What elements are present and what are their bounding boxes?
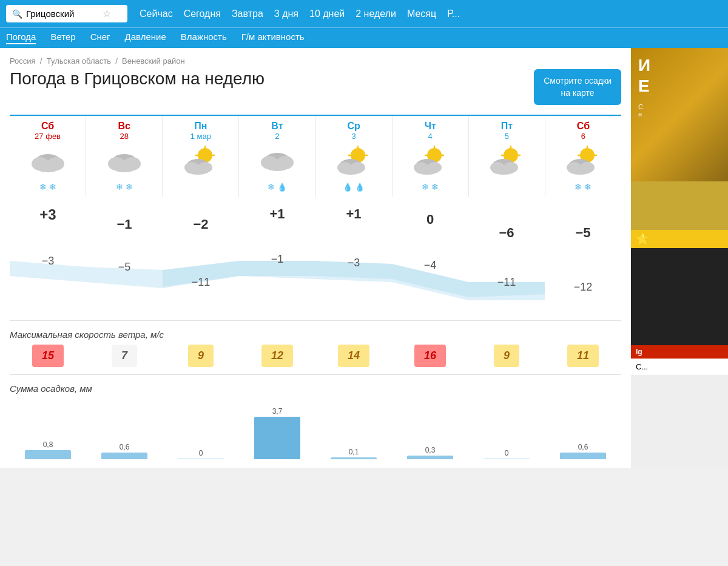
subnav-snow[interactable]: Снег (90, 32, 110, 44)
temp-low-0: −3 (10, 203, 86, 294)
precip-4: 💧 💧 (318, 181, 389, 192)
divider-1 (10, 320, 621, 321)
nav-zavtra[interactable]: Завтра (232, 8, 263, 19)
svg-point-47 (491, 165, 516, 175)
search-input[interactable] (26, 8, 99, 19)
raindrop-icon: 💧 (343, 183, 352, 192)
temp-low-7: −12 (545, 203, 621, 294)
snowflake-icon: ❄ (49, 182, 56, 192)
day-date-0: 27 фев (12, 132, 83, 141)
day-name-0: Сб (12, 121, 83, 132)
wind-col-4: 14 (315, 345, 392, 367)
nav-month[interactable]: Месяц (407, 8, 436, 19)
title-row: Погода в Грицовском на неделю Смотрите о… (10, 69, 621, 105)
star-icon[interactable]: ☆ (103, 8, 111, 19)
day-name-4: Ср (318, 121, 389, 132)
snowflake-icon: ❄ (422, 182, 429, 192)
snowflake-icon: ❄ (575, 182, 582, 192)
precip-col-2: 0 (163, 399, 239, 459)
svg-point-3 (35, 160, 61, 172)
breadcrumb-russia[interactable]: Россия (10, 56, 36, 66)
svg-point-56 (568, 165, 592, 175)
weather-icon-6 (485, 144, 528, 178)
temp-low-6: −11 (468, 203, 545, 294)
precip-val-2: 0 (199, 449, 203, 457)
temp-low-1: −5 (86, 203, 163, 294)
day-name-1: Вс (89, 121, 160, 132)
wind-val-2: 9 (188, 345, 214, 367)
wind-col-7: 11 (545, 345, 621, 367)
svg-point-38 (415, 165, 439, 175)
precip-6 (471, 181, 542, 192)
subnav-wind[interactable]: Ветер (50, 32, 75, 44)
precip-3: ❄ 💧 (241, 181, 312, 192)
breadcrumb-venev[interactable]: Веневский район (122, 56, 185, 66)
subnav-weather[interactable]: Погода (6, 32, 36, 44)
wind-val-1: 7 (112, 345, 137, 367)
wind-col-2: 9 (163, 345, 239, 367)
temp-low-2: −11 (163, 203, 239, 294)
weather-icon-7 (562, 144, 604, 178)
map-button[interactable]: Смотрите осадкина карте (534, 69, 621, 105)
wind-col-1: 7 (86, 345, 163, 367)
nav-more[interactable]: Р... (447, 8, 460, 19)
temp-low-5: −4 (392, 203, 468, 294)
precip-col-7: 0,6 (545, 399, 621, 459)
nav-segodnya[interactable]: Сегодня (184, 8, 221, 19)
precip-bar-7 (560, 453, 606, 459)
precip-val-6: 0 (505, 449, 509, 457)
day-col-4: Ср 3 💧 (316, 116, 393, 197)
nav-2weeks[interactable]: 2 недели (356, 8, 396, 19)
day-date-6: 5 (471, 132, 542, 141)
wind-col-6: 9 (468, 345, 545, 367)
divider-2 (10, 374, 621, 375)
subnav-humidity[interactable]: Влажность (181, 32, 227, 44)
svg-point-29 (339, 165, 363, 175)
nav-links: Сейчас Сегодня Завтра 3 дня 10 дней 2 не… (140, 8, 722, 19)
wind-val-3: 12 (261, 345, 293, 367)
wind-col-3: 12 (239, 345, 315, 367)
main-wrapper: Россия / Тульская область / Веневский ра… (0, 48, 728, 468)
wind-val-7: 11 (567, 345, 599, 367)
wind-val-0: 15 (32, 345, 64, 367)
day-col-6: Пт 5 (469, 116, 545, 197)
subnav-pressure[interactable]: Давление (125, 32, 166, 44)
precip-col-6: 0 (468, 399, 545, 459)
precip-bar-0 (25, 450, 71, 459)
nav-10days[interactable]: 10 дней (309, 8, 345, 19)
precip-val-1: 0,6 (120, 443, 130, 451)
subnav-gm[interactable]: Г/м активность (241, 32, 305, 44)
day-date-5: 4 (395, 132, 466, 141)
sidebar-ad-2 (631, 181, 728, 230)
day-date-3: 2 (241, 132, 312, 141)
snowflake-icon: ❄ (431, 182, 439, 192)
day-date-4: 3 (318, 132, 389, 141)
sidebar-ad-1: ИЕ Сн (631, 48, 728, 181)
search-box[interactable]: 🔍 ☆ (6, 5, 127, 22)
day-date-7: 6 (548, 132, 619, 141)
sub-nav: Погода Ветер Снег Давление Влажность Г/м… (0, 27, 728, 48)
day-col-5: Чт 4 ❄ (393, 116, 469, 197)
nav-3days[interactable]: 3 дня (274, 8, 298, 19)
raindrop-icon: 💧 (277, 183, 287, 192)
day-col-3: Вт 2 ❄ 💧 (239, 116, 315, 197)
precip-val-5: 0,3 (425, 446, 436, 454)
precip-bar-5 (407, 456, 453, 459)
precip-label: Сумма осадков, мм (10, 377, 621, 399)
snowflake-icon: ❄ (116, 182, 123, 192)
search-icon: 🔍 (12, 9, 22, 19)
breadcrumb-tula[interactable]: Тульская область (47, 56, 111, 66)
sidebar-star: ⭐ (631, 230, 728, 248)
snowflake-icon: ❄ (126, 182, 133, 192)
weather-icon-4 (332, 144, 375, 178)
precip-col-3: 3,7 (239, 399, 315, 459)
svg-point-20 (264, 159, 291, 171)
precip-bar-6 (484, 459, 530, 459)
precip-col-5: 0,3 (392, 399, 468, 459)
svg-point-16 (186, 165, 210, 175)
weather-icon-1 (103, 144, 146, 178)
nav-seychas[interactable]: Сейчас (140, 8, 173, 19)
temp-low-4: −3 (315, 203, 392, 294)
snowflake-icon: ❄ (39, 182, 47, 192)
day-col-0: Сб 27 фев ❄ ❄ (10, 116, 86, 197)
